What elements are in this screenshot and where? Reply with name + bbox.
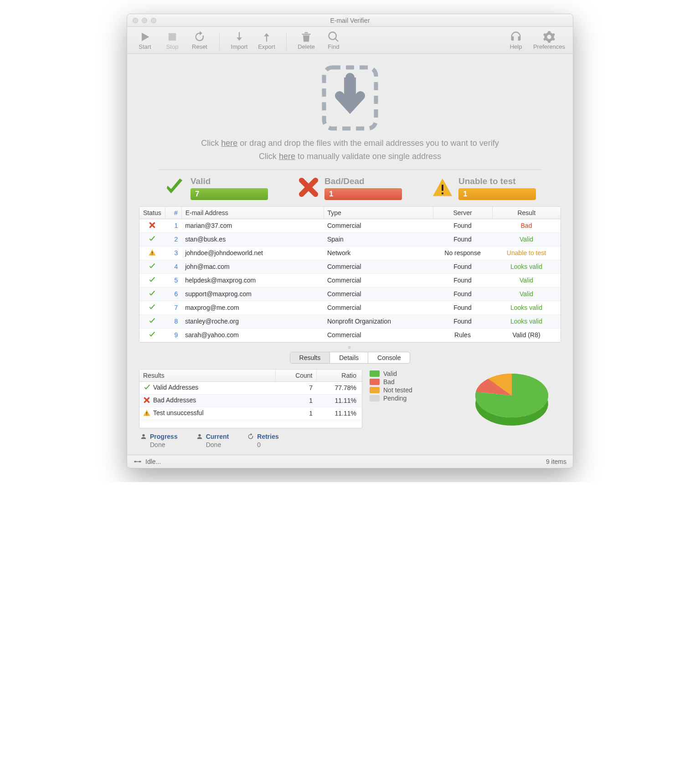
- table-row[interactable]: 3johndoe@johndoeworld.netNetworkNo respo…: [139, 246, 561, 260]
- table-header-row: Status # E-mail Address Type Server Resu…: [139, 207, 561, 219]
- row-type: Commercial: [324, 287, 433, 301]
- x-icon: [298, 177, 319, 200]
- status-progress: Progress Done: [140, 433, 178, 448]
- window-title: E-mail Verifier: [127, 17, 573, 24]
- sum-col-ratio[interactable]: Ratio: [316, 370, 362, 382]
- legend-nottested: Not tested: [383, 386, 412, 394]
- col-status[interactable]: Status: [139, 207, 165, 219]
- start-button[interactable]: Start: [133, 31, 157, 50]
- summary-row[interactable]: Valid Addresses777.78%: [139, 381, 362, 394]
- svg-rect-7: [146, 415, 147, 415]
- summary-row[interactable]: Bad Addresses111.11%: [139, 394, 362, 407]
- row-type: Commercial: [324, 260, 433, 273]
- tab-details[interactable]: Details: [330, 352, 368, 363]
- table-row[interactable]: 7maxprog@me.comCommercialFoundLooks vali…: [139, 301, 561, 314]
- app-window: E-mail Verifier Start Stop Reset Import …: [127, 14, 573, 468]
- row-result: Looks valid: [492, 301, 561, 314]
- stop-button[interactable]: Stop: [160, 31, 185, 50]
- reset-button[interactable]: Reset: [187, 31, 212, 50]
- col-email[interactable]: E-mail Address: [181, 207, 324, 219]
- stat-untest-label: Unable to test: [458, 176, 536, 186]
- row-result: Valid: [492, 287, 561, 301]
- summary-label: Test unsuccessful: [139, 407, 275, 420]
- delete-button[interactable]: Delete: [294, 31, 319, 50]
- drop-zone[interactable]: Click here or drag and drop the files wi…: [135, 61, 565, 163]
- table-row[interactable]: 2stan@busk.esSpainFoundValid: [139, 232, 561, 246]
- row-email: stanley@roche.org: [181, 314, 324, 328]
- person-icon: [140, 433, 147, 440]
- summary-ratio: 11.11%: [316, 394, 362, 407]
- stat-valid-label: Valid: [190, 176, 268, 186]
- summary-count: 1: [275, 394, 316, 407]
- status-retries-value: 0: [247, 441, 278, 448]
- help-button[interactable]: Help: [504, 31, 528, 50]
- tab-console[interactable]: Console: [368, 352, 410, 363]
- row-email: johndoe@johndoeworld.net: [181, 246, 324, 260]
- row-result: Valid (R8): [492, 328, 561, 342]
- row-num: 5: [165, 273, 181, 287]
- row-result: Looks valid: [492, 260, 561, 273]
- splitter-grip[interactable]: ≡: [135, 343, 565, 352]
- row-server: Found: [433, 273, 492, 287]
- find-button[interactable]: Find: [321, 31, 346, 50]
- help-label: Help: [510, 43, 522, 50]
- table-row[interactable]: 5helpdesk@maxprog.comCommercialFoundVali…: [139, 273, 561, 287]
- row-email: john@mac.com: [181, 260, 324, 273]
- row-email: support@maxprog.com: [181, 287, 324, 301]
- table-row[interactable]: 4john@mac.comCommercialFoundLooks valid: [139, 260, 561, 273]
- import-button[interactable]: Import: [227, 31, 252, 50]
- row-email: maxprog@me.com: [181, 301, 324, 314]
- row-server: No response: [433, 246, 492, 260]
- separator: [158, 170, 542, 170]
- row-type: Commercial: [324, 301, 433, 314]
- col-type[interactable]: Type: [324, 207, 433, 219]
- row-num: 3: [165, 246, 181, 260]
- footer-bar: Idle... 9 items: [127, 455, 573, 468]
- col-result[interactable]: Result: [492, 207, 561, 219]
- row-result: Bad: [492, 219, 561, 232]
- stats-row: Valid 7 Bad/Dead 1 Unable to test: [135, 176, 565, 206]
- drop-here-link-1[interactable]: here: [221, 139, 237, 148]
- col-server[interactable]: Server: [433, 207, 492, 219]
- tab-results[interactable]: Results: [290, 352, 330, 363]
- row-num: 9: [165, 328, 181, 342]
- summary-label: Valid Addresses: [139, 381, 275, 394]
- legend-swatch-bad: [370, 379, 380, 385]
- legend-swatch-nottested: [370, 387, 380, 393]
- row-status-icon: [139, 246, 165, 260]
- summary-ratio: 77.78%: [316, 381, 362, 394]
- results-table: Status # E-mail Address Type Server Resu…: [139, 206, 561, 343]
- status-current: Current Done: [196, 433, 229, 448]
- upload-icon: [260, 31, 273, 43]
- stat-valid: Valid 7: [164, 176, 268, 200]
- row-status-icon: [139, 273, 165, 287]
- trash-icon: [300, 31, 313, 43]
- table-row[interactable]: 1marian@37.comCommercialFoundBad: [139, 219, 561, 232]
- sum-col-results[interactable]: Results: [139, 370, 275, 382]
- export-button[interactable]: Export: [254, 31, 279, 50]
- svg-rect-2: [442, 185, 443, 190]
- svg-rect-0: [169, 33, 176, 41]
- summary-row[interactable]: Test unsuccessful111.11%: [139, 407, 362, 420]
- reset-label: Reset: [192, 43, 207, 50]
- row-num: 2: [165, 232, 181, 246]
- pie-chart: [471, 369, 553, 428]
- toolbar: Start Stop Reset Import Export Delete Fi…: [127, 27, 573, 54]
- refresh-icon: [247, 433, 254, 440]
- legend-pending: Pending: [383, 395, 407, 402]
- delete-label: Delete: [298, 43, 315, 50]
- row-status-icon: [139, 328, 165, 342]
- table-row[interactable]: 8stanley@roche.orgNonprofit Organization…: [139, 314, 561, 328]
- col-num[interactable]: #: [165, 207, 181, 219]
- table-row[interactable]: 6support@maxprog.comCommercialFoundValid: [139, 287, 561, 301]
- table-row[interactable]: 9sarah@yahoo.comCommercialRulesValid (R8…: [139, 328, 561, 342]
- row-status-icon: [139, 260, 165, 273]
- preferences-label: Preferences: [533, 43, 565, 50]
- refresh-icon: [193, 31, 206, 43]
- row-status-icon: [139, 232, 165, 246]
- warning-icon: [432, 177, 453, 200]
- preferences-button[interactable]: Preferences: [531, 31, 567, 50]
- chart-legend: Valid Bad Not tested Pending: [370, 369, 412, 428]
- drop-here-link-2[interactable]: here: [279, 152, 295, 161]
- sum-col-count[interactable]: Count: [275, 370, 316, 382]
